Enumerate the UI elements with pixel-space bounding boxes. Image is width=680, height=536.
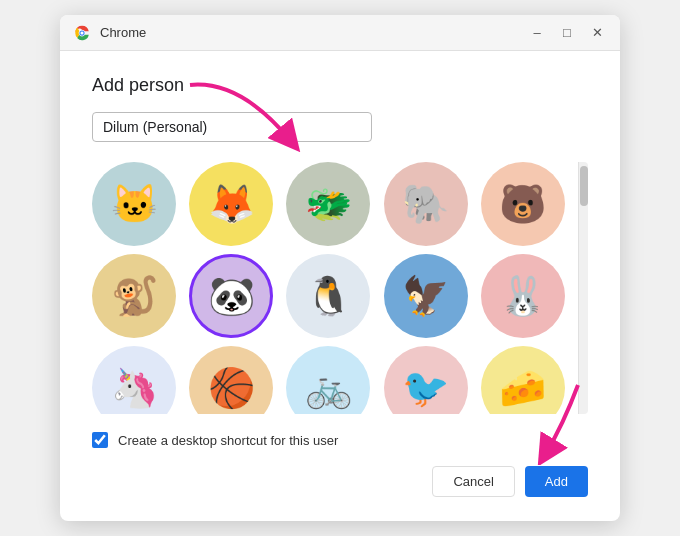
avatar-bird[interactable]: 🦅 — [384, 254, 468, 338]
add-button[interactable]: Add — [525, 466, 588, 497]
checkbox-label: Create a desktop shortcut for this user — [118, 433, 338, 448]
svg-point-2 — [81, 31, 84, 34]
avatars-grid-wrap: 🐱🦊🐲🐘🐻🐒🐼🐧🦅🐰🦄🏀🚲🐦🧀 — [92, 162, 574, 414]
avatar-fox[interactable]: 🦊 — [189, 162, 273, 246]
chrome-logo-icon — [72, 23, 92, 43]
maximize-button[interactable]: □ — [556, 22, 578, 44]
avatar-penguin[interactable]: 🐧 — [286, 254, 370, 338]
close-button[interactable]: ✕ — [586, 22, 608, 44]
avatars-section: 🐱🦊🐲🐘🐻🐒🐼🐧🦅🐰🦄🏀🚲🐦🧀 — [92, 162, 588, 414]
titlebar-title: Chrome — [100, 25, 518, 40]
avatar-bear[interactable]: 🐻 — [481, 162, 565, 246]
cancel-button[interactable]: Cancel — [432, 466, 514, 497]
name-input[interactable] — [92, 112, 372, 142]
checkbox-row: Create a desktop shortcut for this user — [92, 432, 588, 448]
name-input-wrap — [92, 112, 588, 142]
titlebar: Chrome – □ ✕ — [60, 15, 620, 51]
avatar-bicycle[interactable]: 🚲 — [286, 346, 370, 414]
scrollbar[interactable] — [578, 162, 588, 414]
minimize-button[interactable]: – — [526, 22, 548, 44]
avatar-rabbit[interactable]: 🐰 — [481, 254, 565, 338]
avatar-monkey[interactable]: 🐒 — [92, 254, 176, 338]
avatar-dragon[interactable]: 🐲 — [286, 162, 370, 246]
avatar-unicorn[interactable]: 🦄 — [92, 346, 176, 414]
avatar-basketball[interactable]: 🏀 — [189, 346, 273, 414]
avatar-panda[interactable]: 🐼 — [189, 254, 273, 338]
avatar-cheese[interactable]: 🧀 — [481, 346, 565, 414]
titlebar-controls: – □ ✕ — [526, 22, 608, 44]
chrome-dialog: Chrome – □ ✕ Add person 🐱🦊🐲🐘🐻🐒🐼� — [60, 15, 620, 521]
avatar-cardinal[interactable]: 🐦 — [384, 346, 468, 414]
dialog-heading: Add person — [92, 75, 588, 96]
desktop-shortcut-checkbox[interactable] — [92, 432, 108, 448]
scrollbar-thumb — [580, 166, 588, 206]
buttons-row: Cancel Add — [92, 466, 588, 501]
dialog-body: Add person 🐱🦊🐲🐘🐻🐒🐼🐧🦅🐰🦄🏀🚲🐦🧀 Create a desk… — [60, 51, 620, 521]
avatar-elephant[interactable]: 🐘 — [384, 162, 468, 246]
avatar-cat[interactable]: 🐱 — [92, 162, 176, 246]
avatars-grid: 🐱🦊🐲🐘🐻🐒🐼🐧🦅🐰🦄🏀🚲🐦🧀 — [92, 162, 574, 414]
